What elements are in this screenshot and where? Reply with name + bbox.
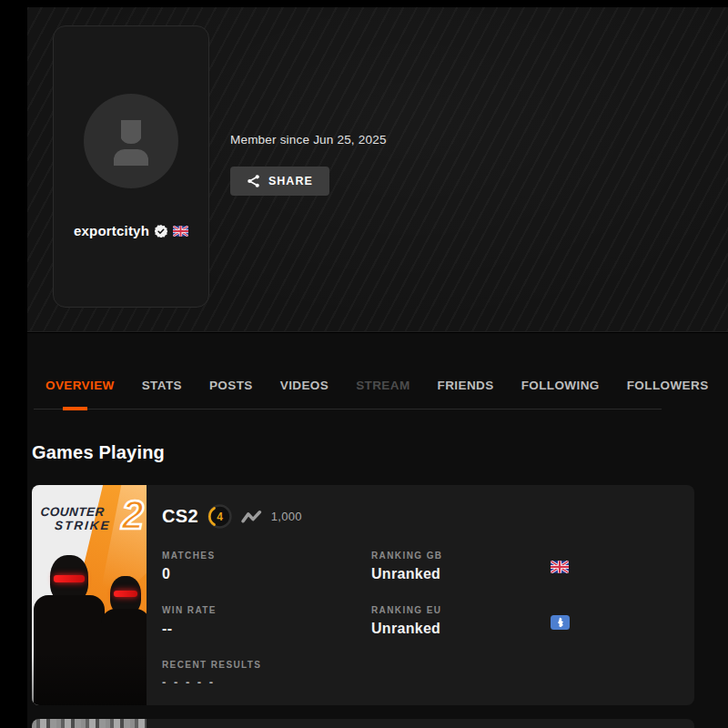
share-button[interactable]: SHARE [230, 167, 329, 196]
tab-followers[interactable]: FOLLOWERS [627, 379, 709, 392]
gb-flag-icon [173, 226, 188, 237]
tab-friends[interactable]: FRIENDS [438, 379, 494, 392]
cs2-game-card[interactable]: COUNTER STRIKE 2 CS2 4 [32, 485, 694, 705]
tab-videos[interactable]: VIDEOS [280, 379, 329, 392]
eu-flag-icon [551, 615, 570, 630]
main-section: OVERVIEW STATS POSTS VIDEOS STREAM FRIEN… [27, 333, 728, 728]
profile-hero: exportcityh Member since J [27, 7, 728, 332]
member-since-text: Member since Jun 25, 2025 [230, 133, 387, 147]
tab-following[interactable]: FOLLOWING [521, 379, 600, 392]
gb-flag-icon [551, 561, 569, 573]
verified-seal-icon [155, 225, 167, 238]
svg-text:4: 4 [217, 510, 223, 522]
username: exportcityh [74, 223, 149, 238]
person-icon [110, 116, 152, 166]
avatar [84, 94, 178, 188]
stat-recent-results: RECENT RESULTS - - - - - [162, 660, 371, 689]
tab-stats[interactable]: STATS [142, 379, 182, 392]
game-title: CS2 [162, 506, 198, 527]
ranking-gb: RANKING GB Unranked [371, 551, 672, 582]
elo-graph-icon [241, 509, 262, 524]
stat-matches: MATCHES 0 [162, 551, 371, 582]
cs2-game-art: COUNTER STRIKE 2 [32, 485, 147, 705]
ranking-eu: RANKING EU Unranked [371, 605, 672, 637]
next-game-art [32, 719, 147, 728]
section-title: Games Playing [32, 442, 165, 463]
username-row: exportcityh [54, 223, 208, 238]
share-label: SHARE [268, 175, 313, 187]
elo-value: 1,000 [271, 510, 302, 523]
cs2-art-number: 2 [122, 492, 144, 538]
cs2-card-body: CS2 4 1,000 MATCHES 0 [147, 485, 694, 705]
stat-win-rate: WIN RATE -- [162, 605, 371, 637]
cs2-art-title: COUNTER STRIKE [39, 505, 116, 532]
active-tab-indicator [63, 407, 87, 410]
tab-overview[interactable]: OVERVIEW [46, 379, 115, 392]
profile-tabbar: OVERVIEW STATS POSTS VIDEOS STREAM FRIEN… [27, 369, 728, 412]
tab-posts[interactable]: POSTS [209, 379, 253, 392]
share-icon [247, 174, 260, 188]
next-game-card[interactable] [32, 719, 694, 728]
level-4-ring-icon: 4 [207, 504, 232, 529]
tab-divider [34, 409, 662, 410]
avatar-card: exportcityh [53, 25, 209, 308]
tab-stream[interactable]: STREAM [356, 379, 410, 392]
